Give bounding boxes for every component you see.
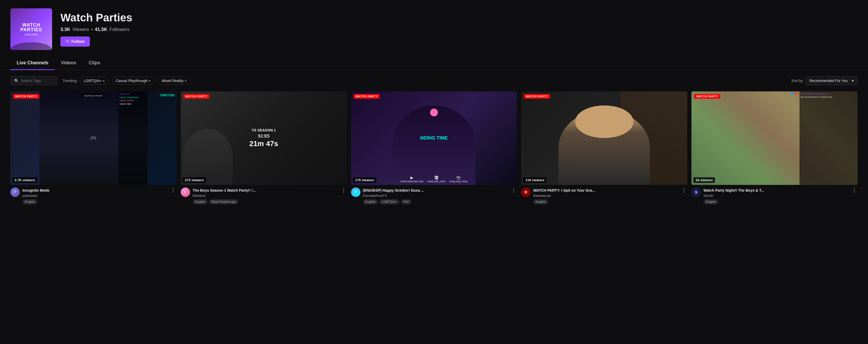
stream-tags: English bbox=[533, 199, 687, 205]
avatar-text: P bbox=[354, 190, 357, 194]
stream-info: P Incognito Mode ⋮ pokelawls English bbox=[10, 187, 177, 205]
avatar: P bbox=[10, 187, 20, 197]
stream-thumbnail: To Join Stream Captain Tip: tet Mic Soun… bbox=[691, 91, 858, 185]
tag-chip-mixed-reality[interactable]: Mixed Reality + bbox=[158, 77, 191, 85]
stream-title-text: WATCH PARTY: I Spit on Your Gra... bbox=[533, 188, 681, 192]
header-info: Watch Parties 3.3K Viewers • 41.5K Follo… bbox=[60, 12, 132, 46]
stream-title-text: Watch Party Night!! The Boys & T... bbox=[704, 188, 851, 192]
stream-tag[interactable]: English bbox=[533, 199, 548, 205]
starting-stream-label: starting stream bbox=[82, 93, 105, 98]
avatar: R bbox=[521, 187, 530, 197]
stream-title-row: WATCH PARTY: I Spit on Your Gra... ⋮ bbox=[533, 187, 687, 193]
streamer-name: pokelawls bbox=[22, 194, 177, 198]
stream-thumbnail: 🎮 User1: lol User2: PogChamp User3: KEKW… bbox=[10, 91, 177, 185]
sort-label: Sort by bbox=[792, 79, 803, 83]
stream-card[interactable]: NDING TIME ▶ PANCAKEPOW.COM 👻 PANCAKE_PO… bbox=[351, 91, 517, 205]
viewer-num-overlay: 7086/7200 bbox=[160, 93, 175, 97]
stream-tag[interactable]: PvP bbox=[401, 199, 411, 205]
stream-meta: Incognito Mode ⋮ pokelawls English bbox=[22, 187, 177, 205]
more-options-button[interactable]: ⋮ bbox=[851, 187, 858, 193]
stream-thumbnail: YS SEASON 1 S1:E5 21m 47s WATCH PARTY 27… bbox=[181, 91, 347, 185]
follow-button[interactable]: ♡ Follow bbox=[60, 36, 90, 46]
social-instagram: 📷 PANCAKE_POW bbox=[450, 176, 467, 183]
stream-grid: 🎮 User1: lol User2: PogChamp User3: KEKW… bbox=[0, 91, 868, 215]
more-options-button[interactable]: ⋮ bbox=[681, 187, 687, 193]
stream-title-text: (ENG/ESP) Happy October! Dusa ... bbox=[363, 188, 510, 192]
stream-thumbnail: WATCH PARTY 119 viewers bbox=[521, 91, 687, 185]
search-tags-container[interactable]: 🔍 bbox=[10, 76, 57, 85]
tag-chip-lgbtqia[interactable]: LGBTQIA+ + bbox=[80, 77, 109, 85]
sort-dropdown[interactable]: Recommended For You ▾ bbox=[806, 76, 858, 85]
category-stats: 3.3K Viewers • 41.5K Followers bbox=[60, 27, 132, 32]
tab-clips[interactable]: Clips bbox=[83, 57, 106, 70]
watch-party-badge: WATCH PARTY bbox=[694, 94, 720, 99]
stream-card[interactable]: 🎮 User1: lol User2: PogChamp User3: KEKW… bbox=[10, 91, 177, 205]
stream-title-row: Watch Party Night!! The Boys & T... ⋮ bbox=[704, 187, 858, 193]
stream-card[interactable]: WATCH PARTY 119 viewers R WATCH PARTY: I… bbox=[521, 91, 687, 205]
viewer-count-badge: 24 viewers bbox=[693, 177, 715, 183]
avatar: E bbox=[181, 187, 190, 197]
page-title: Watch Parties bbox=[60, 12, 132, 24]
viewer-count-badge: 2.7K viewers bbox=[12, 177, 37, 183]
more-options-button[interactable]: ⋮ bbox=[340, 187, 347, 193]
viewer-count-badge: 170 viewers bbox=[353, 177, 376, 183]
header-section: WATCH PARTIES prime video Watch Parties … bbox=[0, 0, 868, 56]
stream-info: P (ENG/ESP) Happy October! Dusa ... ⋮ Pa… bbox=[351, 187, 517, 205]
stream-tag[interactable]: LGBTQIA+ bbox=[379, 199, 400, 205]
streamer-name: Ellohime bbox=[193, 194, 347, 198]
timer-display: 21m 47s bbox=[249, 139, 278, 148]
stream-meta: (ENG/ESP) Happy October! Dusa ... ⋮ Panc… bbox=[363, 187, 517, 205]
nding-time-text: NDING TIME bbox=[420, 135, 448, 141]
viewer-count-badge: 273 viewers bbox=[183, 177, 206, 183]
stream-tag[interactable]: English bbox=[704, 199, 718, 205]
social-snapchat: 👻 PANCAKE_POW bbox=[427, 176, 445, 183]
viewer-count-badge: 119 viewers bbox=[523, 177, 546, 183]
avatar: P bbox=[351, 187, 361, 197]
search-icon: 🔍 bbox=[14, 79, 19, 83]
stream-thumbnail: NDING TIME ▶ PANCAKEPOW.COM 👻 PANCAKE_PO… bbox=[351, 91, 517, 185]
viewer-count: 3.3K bbox=[60, 27, 70, 32]
logo-watch-text: WATCH bbox=[20, 23, 42, 27]
trending-label: Trending bbox=[62, 79, 77, 83]
tab-videos[interactable]: Videos bbox=[55, 57, 83, 70]
search-tags-input[interactable] bbox=[21, 79, 52, 83]
stream-info: R WATCH PARTY: I Spit on Your Gra... ⋮ R… bbox=[521, 187, 687, 205]
stream-tags: English Blind Playthrough bbox=[193, 199, 347, 205]
followers-label: Followers bbox=[110, 27, 129, 32]
tag-chip-casual-playthrough[interactable]: Casual Playthrough + bbox=[112, 77, 155, 85]
stream-info: E The Boys Season 1 Watch Party!! !... ⋮… bbox=[181, 187, 347, 205]
more-options-button[interactable]: ⋮ bbox=[510, 187, 517, 193]
stream-card[interactable]: To Join Stream Captain Tip: tet Mic Soun… bbox=[691, 91, 858, 205]
heart-icon: ♡ bbox=[66, 39, 69, 44]
stream-tag[interactable]: English bbox=[22, 199, 37, 205]
stream-meta: Watch Party Night!! The Boys & T... ⋮ Sw… bbox=[704, 187, 858, 205]
stream-title-row: Incognito Mode ⋮ bbox=[22, 187, 177, 193]
watch-party-badge: WATCH PARTY bbox=[183, 94, 210, 99]
avatar-badge: R bbox=[521, 187, 530, 197]
stream-meta: The Boys Season 1 Watch Party!! !... ⋮ E… bbox=[193, 187, 347, 205]
watch-party-badge: WATCH PARTY bbox=[354, 94, 380, 99]
stream-tag[interactable]: English bbox=[363, 199, 378, 205]
watch-party-badge: WATCH PARTY bbox=[524, 94, 550, 99]
tabs-list: Live Channels Videos Clips bbox=[10, 56, 858, 70]
social-youtube: ▶ PANCAKEPOW.COM bbox=[401, 176, 423, 183]
more-options-button[interactable]: ⋮ bbox=[170, 187, 177, 193]
avatar-text: E bbox=[184, 190, 187, 194]
stream-card[interactable]: YS SEASON 1 S1:E5 21m 47s WATCH PARTY 27… bbox=[181, 91, 347, 205]
avatar: S bbox=[691, 187, 701, 197]
stream-tag[interactable]: English bbox=[193, 199, 208, 205]
filter-bar: 🔍 Trending LGBTQIA+ + Casual Playthrough… bbox=[0, 76, 868, 85]
streamer-name: RekietaLaw bbox=[533, 194, 687, 198]
category-logo: WATCH PARTIES prime video bbox=[10, 8, 52, 50]
streamer-name: PancakePowTV bbox=[363, 194, 517, 198]
viewers-label: Viewers bbox=[72, 27, 89, 32]
stream-tag[interactable]: Blind Playthrough bbox=[209, 199, 238, 205]
follow-label: Follow bbox=[71, 39, 85, 44]
stream-info: S Watch Party Night!! The Boys & T... ⋮ … bbox=[691, 187, 858, 205]
logo-parties-text: PARTIES bbox=[20, 27, 42, 32]
follower-count: 41.5K bbox=[95, 27, 107, 32]
tab-live-channels[interactable]: Live Channels bbox=[10, 57, 55, 70]
dot-separator: • bbox=[91, 27, 93, 32]
streamer-name: SwinD bbox=[704, 194, 858, 198]
stream-title-row: (ENG/ESP) Happy October! Dusa ... ⋮ bbox=[363, 187, 517, 193]
